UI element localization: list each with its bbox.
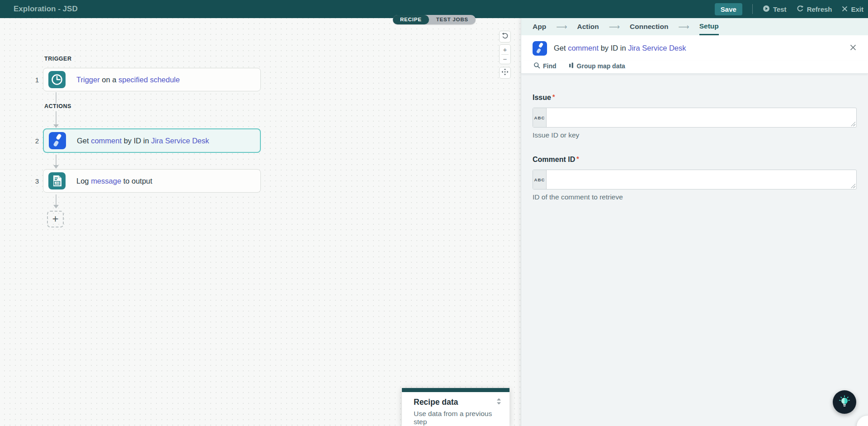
step-card-trigger[interactable]: Trigger on a specified schedule xyxy=(43,68,261,91)
fit-view-button[interactable] xyxy=(499,67,511,79)
step-text-plain: Log xyxy=(76,177,91,185)
step-link[interactable]: specified schedule xyxy=(118,76,180,84)
step-title: Log message to output xyxy=(76,177,152,185)
comment-id-input-group: ABC xyxy=(533,170,857,189)
step-number: 2 xyxy=(28,137,39,145)
close-icon xyxy=(849,44,857,52)
jira-service-desk-icon xyxy=(49,132,66,149)
breadcrumb-arrow-icon: ⟶ xyxy=(546,18,577,35)
panel-header: Get comment by ID in Jira Service Desk xyxy=(521,35,868,61)
group-map-button-label: Group map data xyxy=(577,62,625,70)
exit-button-label: Exit xyxy=(851,5,863,13)
find-button-label: Find xyxy=(543,62,557,70)
step-title: Trigger on a specified schedule xyxy=(76,76,180,84)
tab-test-jobs[interactable]: TEST JOBS xyxy=(429,15,476,24)
breadcrumb-connection[interactable]: Connection xyxy=(630,18,668,35)
zoom-in-button[interactable]: + xyxy=(500,45,510,54)
issue-input-group: ABC xyxy=(533,108,857,128)
step-link[interactable]: Jira Service Desk xyxy=(151,137,209,145)
breadcrumb-app[interactable]: App xyxy=(533,18,546,35)
panel-content: Issue* ABC Issue ID or key Comment ID* A… xyxy=(521,74,868,201)
text-type-addon: ABC xyxy=(533,170,547,189)
issue-field: Issue* ABC Issue ID or key xyxy=(533,94,857,139)
step-text-plain: on a xyxy=(100,76,118,84)
panel-title-plain: Get xyxy=(554,44,568,52)
step-card-log-message[interactable]: LOG Log message to output xyxy=(43,169,261,193)
step-row: 3 LOG Log message to output xyxy=(43,169,261,193)
refresh-icon xyxy=(797,5,804,14)
required-asterisk: * xyxy=(552,93,555,100)
svg-text:LOG: LOG xyxy=(54,182,60,185)
step-row: 2 Get comment by ID in Jira Service Desk xyxy=(43,128,261,153)
zoom-control-group: + − xyxy=(499,44,511,64)
reset-view-button[interactable] xyxy=(499,31,511,43)
refresh-button[interactable]: Refresh xyxy=(797,5,832,14)
panel-title: Get comment by ID in Jira Service Desk xyxy=(554,44,686,52)
issue-helper-text: Issue ID or key xyxy=(533,131,857,139)
issue-input[interactable] xyxy=(547,108,856,127)
comment-id-label: Comment ID* xyxy=(533,156,857,164)
comment-id-field: Comment ID* ABC ID of the comment to ret… xyxy=(533,156,857,201)
close-panel-button[interactable] xyxy=(849,44,857,52)
trigger-section-label: TRIGGER xyxy=(44,56,71,62)
collapse-expand-icon[interactable] xyxy=(496,398,501,407)
comment-id-input[interactable] xyxy=(547,170,856,189)
panel-title-link[interactable]: comment xyxy=(568,44,599,52)
group-map-data-button[interactable]: Group map data xyxy=(568,62,625,70)
step-number: 1 xyxy=(28,76,39,84)
save-button[interactable]: Save xyxy=(715,3,742,15)
tab-recipe[interactable]: RECIPE xyxy=(393,15,429,24)
breadcrumb-arrow-icon: ⟶ xyxy=(668,18,699,35)
step-card-get-comment[interactable]: Get comment by ID in Jira Service Desk xyxy=(43,128,261,153)
step-text-plain: by ID in xyxy=(122,137,151,145)
panel-title-plain: by ID in xyxy=(599,44,628,52)
tips-button[interactable] xyxy=(833,390,856,414)
undo-icon xyxy=(501,32,509,41)
exit-button[interactable]: Exit xyxy=(842,5,863,13)
recipe-tabs: RECIPE TEST JOBS xyxy=(393,15,476,24)
recipe-data-panel: Recipe data Use data from a previous ste… xyxy=(402,388,509,426)
connector-arrow xyxy=(56,194,57,205)
search-icon xyxy=(533,62,540,70)
recipe-title: Exploration - JSD xyxy=(14,5,78,14)
exit-icon xyxy=(842,5,848,13)
panel-title-link[interactable]: Jira Service Desk xyxy=(628,44,686,52)
topbar-divider xyxy=(752,4,753,14)
breadcrumb-arrow-icon: ⟶ xyxy=(599,18,630,35)
jira-service-desk-icon xyxy=(533,41,547,56)
lightbulb-icon xyxy=(838,395,851,409)
step-setup-panel: App ⟶ Action ⟶ Connection ⟶ Setup Get co… xyxy=(521,18,868,426)
step-link[interactable]: comment xyxy=(91,137,122,145)
comment-id-helper-text: ID of the comment to retrieve xyxy=(533,193,857,201)
connector-arrow xyxy=(56,111,57,125)
play-icon xyxy=(763,5,770,14)
recipe-canvas[interactable]: TRIGGER 1 Trigger on a specified schedul… xyxy=(0,18,521,426)
panel-toolbar: Find Group map data xyxy=(521,61,868,74)
setup-breadcrumb: App ⟶ Action ⟶ Connection ⟶ Setup xyxy=(521,18,868,35)
breadcrumb-setup[interactable]: Setup xyxy=(699,18,719,35)
step-link[interactable]: Trigger xyxy=(76,76,100,84)
test-button[interactable]: Test xyxy=(763,5,787,14)
group-map-icon xyxy=(568,62,574,70)
fit-view-icon xyxy=(501,68,509,77)
step-number: 3 xyxy=(28,177,39,185)
connector-line xyxy=(56,92,57,103)
issue-label: Issue* xyxy=(533,94,857,102)
recipe-data-accent-bar xyxy=(402,388,509,392)
find-button[interactable]: Find xyxy=(533,62,557,70)
connector-arrow xyxy=(56,155,57,166)
add-step-button[interactable]: + xyxy=(47,211,64,227)
clock-icon xyxy=(48,71,66,88)
actions-section-label: ACTIONS xyxy=(44,103,71,109)
test-button-label: Test xyxy=(773,5,787,13)
required-asterisk: * xyxy=(576,155,579,162)
step-text-plain: to output xyxy=(121,177,152,185)
recipe-data-subtitle: Use data from a previous step xyxy=(414,410,501,426)
step-row: 1 Trigger on a specified schedule xyxy=(43,68,261,91)
step-link[interactable]: message xyxy=(91,177,121,185)
zoom-out-button[interactable]: − xyxy=(500,55,510,64)
text-type-addon: ABC xyxy=(533,108,547,127)
refresh-button-label: Refresh xyxy=(807,5,832,13)
step-text-plain: Get xyxy=(77,137,91,145)
breadcrumb-action[interactable]: Action xyxy=(577,18,599,35)
